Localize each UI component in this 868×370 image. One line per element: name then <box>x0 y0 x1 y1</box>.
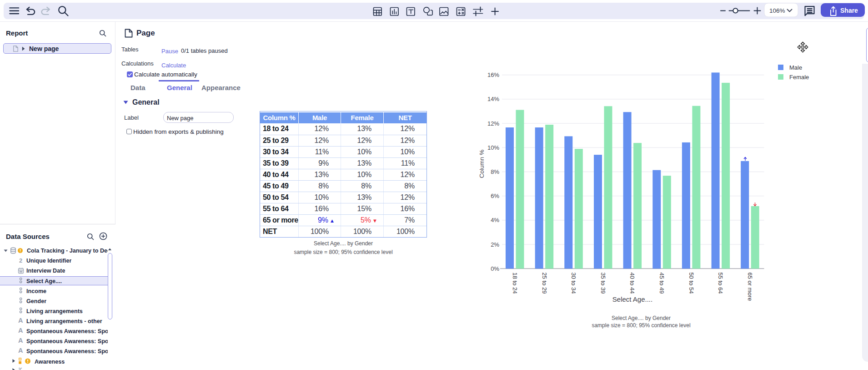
svg-text:Column %: Column % <box>478 150 485 178</box>
svg-text:Share: Share <box>840 7 858 14</box>
svg-text:106%: 106% <box>769 7 785 14</box>
svg-text:45 to 49: 45 to 49 <box>658 272 665 294</box>
svg-text:4%: 4% <box>491 217 499 223</box>
svg-text:Female: Female <box>789 74 809 81</box>
svg-text:sample size = 800; 95% confide: sample size = 800; 95% confidence level <box>592 322 690 329</box>
svg-text:16%: 16% <box>487 71 499 78</box>
svg-text:40 to 44: 40 to 44 <box>629 272 636 294</box>
svg-text:2%: 2% <box>491 241 499 248</box>
svg-text:8%: 8% <box>491 168 499 175</box>
svg-text:25 to 29: 25 to 29 <box>541 272 548 294</box>
svg-text:10%: 10% <box>487 144 499 151</box>
svg-text:6%: 6% <box>491 193 499 199</box>
svg-text:12%: 12% <box>487 120 499 127</box>
svg-text:35 to 39: 35 to 39 <box>600 272 607 294</box>
svg-text:2: 2 <box>19 257 22 264</box>
svg-text:18 to 24: 18 to 24 <box>512 272 518 294</box>
svg-text:Male: Male <box>789 64 802 71</box>
svg-text:A: A <box>18 347 23 354</box>
svg-text:A: A <box>18 327 23 334</box>
svg-text:14%: 14% <box>487 96 499 102</box>
svg-text:65 or more: 65 or more <box>747 272 753 301</box>
svg-text:Select Age.... by Gender: Select Age.... by Gender <box>612 315 671 321</box>
svg-text:A: A <box>18 337 23 344</box>
svg-text:50 to 54: 50 to 54 <box>688 272 695 294</box>
svg-text:30 to 34: 30 to 34 <box>570 272 577 294</box>
svg-text:55 to 64: 55 to 64 <box>717 272 724 294</box>
svg-text:A: A <box>18 317 23 324</box>
svg-text:0%: 0% <box>491 265 499 272</box>
svg-text:Select Age....: Select Age.... <box>612 295 652 303</box>
